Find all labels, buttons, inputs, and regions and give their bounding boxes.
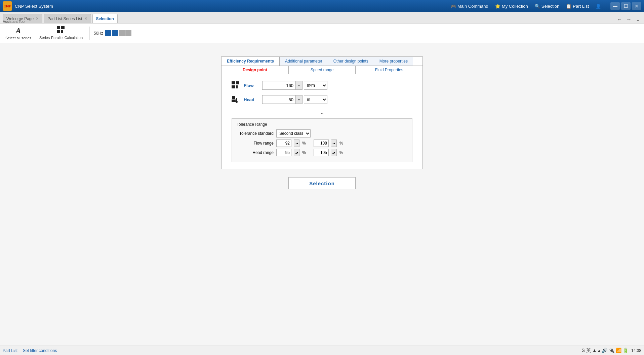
toolbar: A Select all series Series-Parallel Calc… [0,24,644,43]
minimize-button[interactable]: — [610,2,620,10]
svg-rect-0 [57,26,60,29]
head-row: Head ▾ m ft Pa bar [232,95,412,104]
head-range-row: Head range ▴▾ % ▴▾ % [237,149,407,156]
sub-header-fluid[interactable]: Fluid Properties [356,66,422,74]
select-all-button[interactable]: A Select all series [3,25,34,41]
tab-nav: ← → ⌄ [615,15,641,23]
freq-seg-2 [112,30,118,36]
list-icon: 📋 [566,4,571,9]
tab-close-welcome[interactable]: ✕ [36,16,39,21]
flow-icon [232,81,240,90]
flow-range-max-spinner[interactable]: ▴▾ [331,140,337,147]
flow-range-max-input[interactable] [314,140,329,147]
tab-close-partlist[interactable]: ✕ [84,16,87,21]
svg-rect-5 [236,81,239,84]
svg-rect-8 [232,96,235,99]
tab-efficiency[interactable]: Efficiency Requirements [222,57,280,66]
svg-rect-6 [232,85,235,88]
nav-my-collection[interactable]: ⭐ My Collection [495,4,528,9]
close-button[interactable]: ✕ [632,2,641,10]
freq-bar[interactable] [105,30,131,36]
form-sub-header: Design point Speed range Fluid Propertie… [222,66,422,74]
tab-more-props[interactable]: More properties [374,57,413,66]
freq-seg-3 [119,30,125,36]
nav-selection[interactable]: 🔍 Selection [535,4,559,9]
series-parallel-icon [57,26,66,36]
flow-range-pct1: % [302,141,306,146]
svg-point-11 [236,101,238,103]
svg-rect-3 [61,30,63,33]
tab-part-list[interactable]: Part List:Series List ✕ [44,14,91,23]
head-range-max-input[interactable] [314,149,329,156]
svg-rect-4 [232,81,235,84]
head-range-max-spinner[interactable]: ▴▾ [331,149,337,156]
form-panel: Efficiency Requirements Additional param… [221,56,423,169]
freq-control: 50Hz [94,30,131,36]
toolbar-divider [89,27,90,40]
flow-input[interactable] [262,81,296,90]
app-logo: CNP [3,1,12,11]
head-spinner[interactable]: ▾ [296,95,303,104]
flow-range-min-spinner[interactable]: ▴▾ [294,140,299,147]
flow-range-min-input[interactable] [276,140,291,147]
head-range-pct1: % [302,150,306,155]
tab-other-design[interactable]: Other design points [328,57,374,66]
form-tabs: Efficiency Requirements Additional param… [222,57,422,66]
svg-rect-2 [57,30,60,33]
flow-range-pct2: % [339,141,343,146]
flow-range-row: Flow range ▴▾ % ▴▾ % [237,140,407,147]
tolerance-box: Tolerance Range Tolerance standard Secon… [232,118,412,162]
tolerance-title: Tolerance Range [237,122,407,127]
tolerance-standard-row: Tolerance standard Second class First cl… [237,129,407,137]
svg-rect-7 [236,85,238,88]
selection-button[interactable]: Selection [288,177,356,189]
head-range-min-spinner[interactable]: ▴▾ [294,149,299,156]
expand-row: ⌄ [232,109,412,116]
tab-selection[interactable]: Selection [92,14,118,23]
sub-header-speed[interactable]: Speed range [289,66,356,74]
tolerance-standard-select[interactable]: Second class First class Third class [276,129,311,137]
nav-user[interactable]: 👤 [596,4,601,9]
svg-rect-1 [61,26,65,29]
tab-prev-button[interactable]: ← [615,16,623,23]
selection-btn-wrap: Selection [288,177,356,189]
head-range-pct2: % [339,150,343,155]
app-title: CNP Select System [15,4,448,9]
flow-label: Flow [244,83,262,88]
flow-range-label: Flow range [237,141,274,146]
head-range-label: Head range [237,150,274,155]
expand-button[interactable]: ⌄ [320,109,324,116]
head-icon [232,95,240,104]
title-bar: CNP CNP Select System 🎮 Main Command ⭐ M… [0,0,644,12]
user-icon: 👤 [596,4,601,9]
nav-main-command[interactable]: 🎮 Main Command [451,4,488,9]
title-nav: 🎮 Main Command ⭐ My Collection 🔍 Selecti… [451,4,601,9]
head-unit-select[interactable]: m ft Pa bar [304,95,327,104]
tab-more-button[interactable]: ⌄ [634,15,641,23]
flow-spinner[interactable]: ▾ [296,81,303,90]
flow-unit-select[interactable]: m³/h L/s L/min GPM [304,81,327,90]
search-icon: 🔍 [535,4,540,9]
maximize-button[interactable]: ☐ [621,2,631,10]
freq-seg-1 [105,30,111,36]
head-input[interactable] [262,95,296,104]
series-parallel-button[interactable]: Series-Parallel Calculation [37,25,85,41]
head-label: Head [244,97,262,102]
tab-additional[interactable]: Additional parameter [280,57,328,66]
select-all-icon: A [16,26,21,35]
tolerance-standard-label: Tolerance standard [237,131,274,136]
main-command-icon: 🎮 [451,4,456,9]
form-body: Flow ▾ m³/h L/s L/min GPM [222,74,422,169]
main-content: Efficiency Requirements Additional param… [0,43,644,346]
svg-rect-9 [232,100,236,102]
freq-seg-4 [125,30,131,36]
tab-next-button[interactable]: → [625,16,633,23]
assistant-tool-label: Assistant Tool [3,19,26,24]
star-icon: ⭐ [495,4,500,9]
tab-bar: Welcome Page ✕ Part List:Series List ✕ S… [0,12,644,24]
flow-row: Flow ▾ m³/h L/s L/min GPM [232,81,412,90]
sub-header-design[interactable]: Design point [222,66,289,74]
window-controls: — ☐ ✕ [610,2,641,10]
head-range-min-input[interactable] [276,149,291,156]
nav-part-list[interactable]: 📋 Part List [566,4,589,9]
